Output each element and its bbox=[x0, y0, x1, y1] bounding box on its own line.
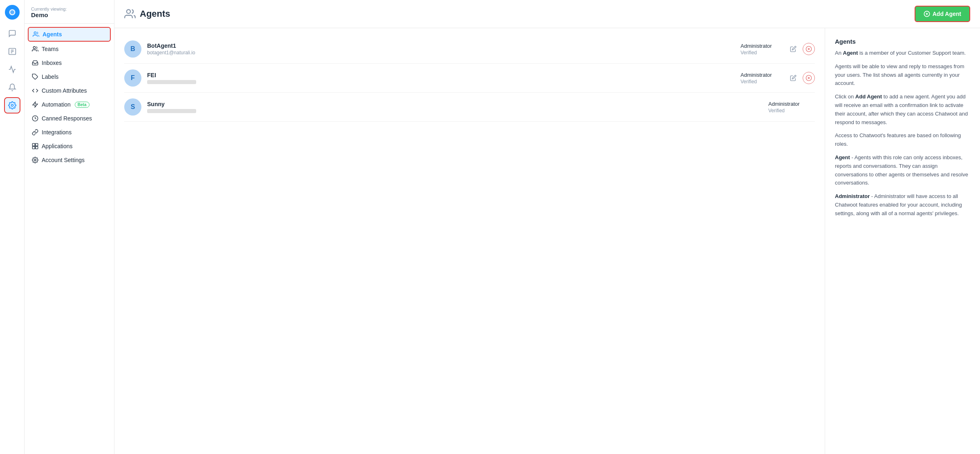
icon-bar bbox=[0, 0, 25, 454]
svg-point-15 bbox=[34, 159, 36, 161]
agent-role: Administrator Verified bbox=[768, 101, 809, 114]
add-agent-icon bbox=[924, 11, 930, 17]
svg-point-7 bbox=[33, 47, 35, 49]
edit-agent-button[interactable] bbox=[787, 72, 799, 84]
svg-rect-11 bbox=[32, 143, 35, 146]
agent-name: FEI bbox=[147, 72, 735, 78]
main-content: Agents Add Agent B BotAgent1 botagent1@n… bbox=[114, 0, 980, 454]
svg-point-16 bbox=[127, 10, 130, 13]
agent-name: BotAgent1 bbox=[147, 42, 735, 49]
agent-info: BotAgent1 botagent1@naturali.io bbox=[147, 42, 735, 56]
content-area: B BotAgent1 botagent1@naturali.io Admini… bbox=[114, 28, 980, 454]
agent-role-name: Administrator bbox=[741, 43, 781, 49]
page-title: Agents bbox=[140, 9, 170, 19]
svg-rect-13 bbox=[32, 147, 35, 149]
sidebar-item-labels[interactable]: Labels bbox=[28, 70, 111, 83]
sidebar-item-custom-attributes-label: Custom Attributes bbox=[42, 87, 87, 94]
sidebar-item-integrations[interactable]: Integrations bbox=[28, 126, 111, 139]
automation-beta-badge: Beta bbox=[75, 102, 89, 108]
info-para-5: Agent - Agents with this role can only a… bbox=[835, 154, 970, 187]
avatar: S bbox=[124, 98, 141, 116]
avatar: F bbox=[124, 69, 141, 87]
page-title-area: Agents bbox=[124, 8, 170, 20]
agent-status: Verified bbox=[768, 108, 809, 114]
agent-actions bbox=[787, 43, 815, 55]
sidebar-item-teams-label: Teams bbox=[42, 46, 58, 52]
agent-info: FEI bbox=[147, 72, 735, 84]
agent-status: Verified bbox=[741, 50, 781, 56]
agent-email-placeholder bbox=[147, 109, 196, 113]
sidebar-item-automation[interactable]: Automation Beta bbox=[28, 98, 111, 111]
info-para-4: Access to Chatwoot's features are based … bbox=[835, 131, 970, 149]
delete-agent-button[interactable] bbox=[803, 43, 815, 55]
agent-name: Sunny bbox=[147, 101, 763, 107]
account-name: Demo bbox=[31, 11, 107, 18]
add-agent-label: Add Agent bbox=[933, 11, 961, 17]
top-bar: Agents Add Agent bbox=[114, 0, 980, 28]
table-row: S Sunny Administrator Verified bbox=[124, 93, 815, 122]
agent-email-placeholder bbox=[147, 80, 196, 84]
viewing-label: Currently viewing: bbox=[31, 7, 107, 11]
app-logo bbox=[5, 5, 20, 20]
agent-role-name: Administrator bbox=[741, 72, 781, 78]
sidebar-item-integrations-label: Integrations bbox=[42, 129, 72, 136]
svg-point-5 bbox=[11, 105, 13, 107]
sidebar-item-teams[interactable]: Teams bbox=[28, 42, 111, 56]
agent-actions bbox=[787, 72, 815, 84]
info-panel: Agents An Agent is a member of your Cust… bbox=[825, 28, 980, 454]
svg-rect-14 bbox=[36, 147, 38, 149]
edit-agent-button[interactable] bbox=[787, 43, 799, 55]
sidebar-item-agents[interactable]: Agents bbox=[28, 27, 111, 42]
sidebar: Currently viewing: Demo Agents Teams Inb… bbox=[25, 0, 114, 454]
agent-role: Administrator Verified bbox=[741, 72, 781, 85]
sidebar-item-account-settings-label: Account Settings bbox=[42, 157, 85, 163]
sidebar-item-automation-label: Automation bbox=[42, 101, 71, 108]
agent-role: Administrator Verified bbox=[741, 43, 781, 56]
agent-list: B BotAgent1 botagent1@naturali.io Admini… bbox=[114, 28, 825, 454]
sidebar-item-applications-label: Applications bbox=[42, 143, 73, 149]
add-agent-button[interactable]: Add Agent bbox=[915, 6, 970, 22]
sidebar-item-custom-attributes[interactable]: Custom Attributes bbox=[28, 84, 111, 97]
info-para-6: Administrator - Administrator will have … bbox=[835, 192, 970, 218]
agents-page-icon bbox=[124, 8, 136, 20]
notifications-nav-icon[interactable] bbox=[4, 79, 20, 96]
agent-status: Verified bbox=[741, 79, 781, 85]
avatar: B bbox=[124, 40, 141, 58]
info-para-2: Agents will be able to view and reply to… bbox=[835, 62, 970, 88]
sidebar-header: Currently viewing: Demo bbox=[25, 0, 114, 24]
info-para-3: Click on Add Agent to add a new agent. A… bbox=[835, 93, 970, 127]
svg-point-6 bbox=[34, 32, 36, 34]
settings-nav-icon[interactable] bbox=[4, 97, 20, 114]
table-row: B BotAgent1 botagent1@naturali.io Admini… bbox=[124, 35, 815, 64]
delete-agent-button[interactable] bbox=[803, 72, 815, 84]
conversations-nav-icon[interactable] bbox=[4, 25, 20, 42]
agent-info: Sunny bbox=[147, 101, 763, 113]
sidebar-item-canned-responses-label: Canned Responses bbox=[42, 115, 92, 122]
svg-marker-9 bbox=[33, 102, 38, 107]
contacts-nav-icon[interactable] bbox=[4, 43, 20, 60]
sidebar-item-applications[interactable]: Applications bbox=[28, 140, 111, 153]
sidebar-item-inboxes-label: Inboxes bbox=[42, 60, 62, 66]
info-panel-title: Agents bbox=[835, 38, 970, 45]
agent-role-name: Administrator bbox=[768, 101, 809, 107]
sidebar-item-labels-label: Labels bbox=[42, 73, 58, 80]
sidebar-item-inboxes[interactable]: Inboxes bbox=[28, 56, 111, 69]
sidebar-item-agents-label: Agents bbox=[43, 31, 62, 38]
reports-nav-icon[interactable] bbox=[4, 61, 20, 78]
svg-rect-12 bbox=[36, 143, 38, 146]
sidebar-nav: Agents Teams Inboxes Labels Custom Attri… bbox=[25, 24, 114, 170]
table-row: F FEI Administrator Verified bbox=[124, 64, 815, 93]
sidebar-item-canned-responses[interactable]: Canned Responses bbox=[28, 112, 111, 125]
agent-email: botagent1@naturali.io bbox=[147, 50, 735, 56]
info-para-1: An Agent is a member of your Customer Su… bbox=[835, 49, 970, 58]
sidebar-item-account-settings[interactable]: Account Settings bbox=[28, 154, 111, 167]
